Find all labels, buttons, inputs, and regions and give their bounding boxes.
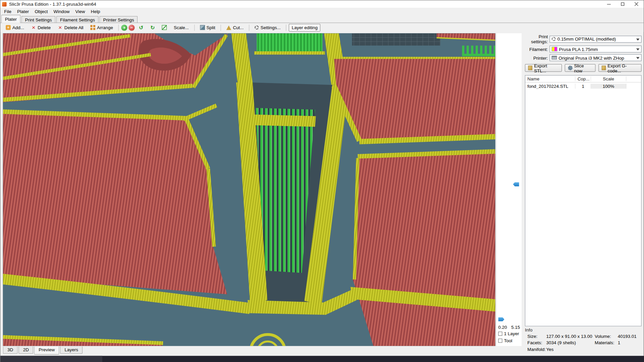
os-taskbar[interactable] (0, 356, 644, 362)
tab-print-settings[interactable]: Print Settings (21, 16, 55, 23)
increase-copies-button[interactable]: + (121, 24, 127, 31)
export-gcode-icon (602, 66, 606, 70)
maximize-button[interactable] (616, 0, 630, 8)
one-layer-option[interactable]: 1 Layer (498, 331, 519, 336)
toolbar: + Add... ✕ Delete ✕ Delete All Arrange +… (0, 23, 644, 32)
minimize-button[interactable] (602, 0, 616, 8)
object-copies-cell: 1 (576, 83, 591, 88)
scale-button[interactable]: Scale... (171, 23, 192, 31)
menu-view[interactable]: View (72, 8, 88, 14)
table-row[interactable]: fond_20170224.STL 1 100% (525, 82, 641, 89)
maximize-icon (621, 2, 624, 6)
print-settings-label: Print settings: (525, 34, 549, 44)
delete-all-button[interactable]: ✕ Delete All (55, 23, 87, 31)
action-buttons: Export STL... Slice now Export G-code... (525, 64, 642, 72)
rotate-cw-icon: ↻ (150, 24, 155, 31)
arrange-button[interactable]: Arrange (88, 23, 116, 31)
delete-button[interactable]: ✕ Delete (28, 23, 54, 31)
preview-canvas[interactable] (3, 33, 495, 346)
tab-layers[interactable]: Layers (60, 346, 83, 354)
toolbar-separator (221, 24, 221, 31)
menu-window[interactable]: Window (51, 8, 72, 14)
one-layer-label: 1 Layer (504, 331, 519, 336)
tab-filament-settings[interactable]: Filament Settings (56, 16, 99, 23)
export-stl-button[interactable]: Export STL... (525, 64, 562, 72)
decrease-copies-button[interactable]: − (128, 24, 135, 31)
split-label: Split (207, 25, 215, 30)
printer-label: Printer: (525, 55, 549, 60)
tool-option[interactable]: Tool (498, 338, 512, 343)
print-settings-select[interactable]: 0.15mm OPTIMAL (modified) (549, 36, 641, 43)
rotate-cw-button[interactable]: ↻ (148, 23, 158, 31)
print-settings-row: Print settings: 0.15mm OPTIMAL (modified… (525, 34, 642, 44)
one-layer-checkbox[interactable] (498, 331, 502, 336)
delete-label: Delete (38, 25, 51, 30)
layer-slider-panel: 0.20 5.15 1 Layer Tool (496, 33, 522, 346)
slice-now-icon (568, 66, 573, 70)
info-section: Info Size: 127.00 x 91.00 x 13.00 Volume… (525, 326, 642, 356)
menu-help[interactable]: Help (88, 8, 103, 14)
slice-now-label: Slice now (574, 63, 592, 73)
filament-select[interactable]: Prusa PLA 1.75mm (549, 46, 641, 53)
menu-object[interactable]: Object (32, 8, 51, 14)
facets-value: 3034 (9 shells) (546, 340, 595, 345)
scale-icon-button[interactable] (159, 23, 170, 31)
chevron-down-icon (636, 48, 640, 50)
add-button[interactable]: + Add... (3, 23, 27, 31)
delete-all-icon: ✕ (58, 25, 63, 30)
toolbar-separator (194, 24, 195, 31)
add-icon: + (6, 25, 11, 30)
rotate-ccw-button[interactable]: ↺ (136, 23, 146, 31)
rotate-ccw-icon: ↺ (139, 24, 143, 31)
title-bar: Slic3r Prusa Edition - 1.37.1-prusa3d-wi… (0, 0, 644, 8)
export-stl-label: Export STL... (534, 63, 558, 73)
layer-editing-label: Layer editing (292, 25, 318, 30)
print-settings-gear-icon (552, 37, 556, 41)
chevron-down-icon (636, 57, 640, 59)
split-icon (200, 25, 205, 30)
column-scale: Scale (591, 76, 626, 81)
layer-editing-button[interactable]: Layer editing (289, 23, 320, 31)
app-logo-icon (2, 2, 6, 6)
close-button[interactable] (630, 0, 644, 8)
app-window: Slic3r Prusa Edition - 1.37.1-prusa3d-wi… (0, 0, 644, 362)
export-gcode-button[interactable]: Export G-code... (598, 64, 642, 72)
tab-printer-settings[interactable]: Printer Settings (100, 16, 138, 23)
printer-value: Original Prusa i3 MK2 with ZHop (558, 55, 624, 60)
cut-button[interactable]: Cut... (223, 23, 247, 31)
object-settings-button[interactable]: Settings... (252, 23, 283, 31)
tool-label: Tool (504, 338, 512, 343)
printer-select[interactable]: Original Prusa i3 MK2 with ZHop (549, 54, 641, 61)
cut-label: Cut... (233, 25, 244, 30)
close-icon (635, 2, 639, 6)
tab-2d[interactable]: 2D (18, 346, 33, 354)
slice-now-button[interactable]: Slice now (565, 64, 595, 72)
printer-icon (552, 56, 557, 60)
toolbar-separator (249, 24, 250, 31)
object-name-cell: fond_20170224.STL (525, 83, 575, 88)
chevron-down-icon (636, 38, 640, 40)
export-stl-icon (528, 66, 533, 70)
info-title: Info (525, 327, 642, 333)
object-list-header: Name Cop... Scale (525, 75, 641, 82)
minimize-icon (607, 4, 610, 4)
cut-icon (226, 25, 231, 29)
settings-tab-bar: Plater Print Settings Filament Settings … (0, 15, 644, 23)
tab-3d[interactable]: 3D (3, 346, 18, 354)
toolbar-separator (286, 24, 286, 31)
delete-all-label: Delete All (64, 25, 84, 30)
menu-plater[interactable]: Plater (14, 8, 32, 14)
split-button[interactable]: Split (197, 23, 218, 31)
object-scale-cell: 100% (591, 83, 626, 88)
scale-label: Scale... (174, 25, 189, 30)
tool-checkbox[interactable] (498, 339, 502, 343)
column-name: Name (525, 76, 575, 81)
layer-slider-handle-top[interactable] (513, 182, 519, 186)
facets-label: Facets: (527, 340, 546, 345)
menu-file[interactable]: File (1, 8, 14, 14)
tab-preview[interactable]: Preview (34, 346, 59, 354)
tab-plater[interactable]: Plater (1, 15, 20, 23)
toolbar-separator (118, 24, 119, 31)
layer-slider-handle-bottom[interactable] (498, 317, 504, 321)
layer-slider-values: 0.20 5.15 (498, 325, 520, 330)
